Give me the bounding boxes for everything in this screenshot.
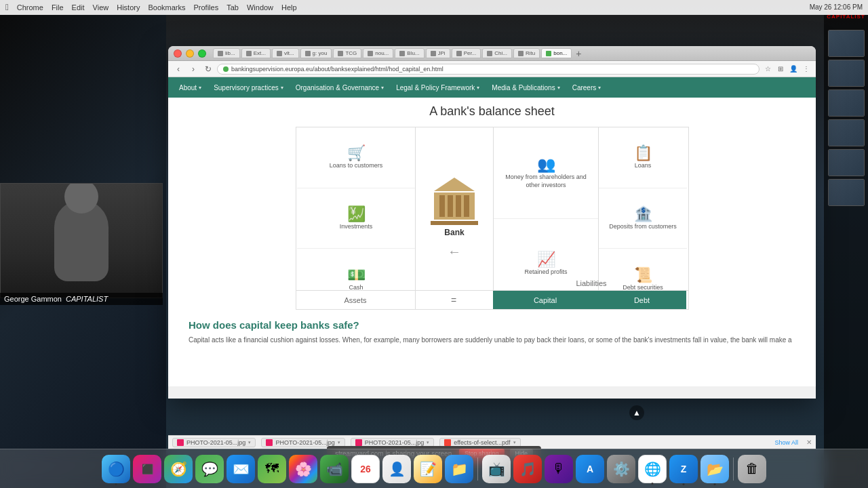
menu-profiles[interactable]: Profiles (194, 3, 219, 12)
dock-item-launchpad[interactable]: ⬛ (133, 455, 161, 483)
dock-item-photos[interactable]: 🌸 (289, 455, 317, 483)
address-bar[interactable]: bankingsupervision.europa.eu/about/banks… (217, 64, 760, 75)
download-filename-3: effects-of-select...pdf (454, 439, 510, 446)
maximize-button[interactable] (198, 49, 206, 58)
nav-media[interactable]: Media & Publications ▾ (486, 81, 565, 94)
appstore-icon: A (587, 464, 593, 474)
balance-sheet-diagram: 🛒 Loans to customers 💹 Investments 💵 Cas… (296, 127, 689, 310)
menu-chrome[interactable]: Chrome (17, 3, 43, 12)
dock-item-music[interactable]: 🎵 (513, 455, 542, 483)
dock-item-files[interactable]: 📁 (445, 455, 473, 483)
apple-menu[interactable]:  (5, 2, 9, 12)
dock-item-finder[interactable]: 🔵 (102, 455, 130, 483)
menu-window[interactable]: Window (247, 3, 273, 12)
dock-item-messages[interactable]: 💬 (195, 455, 224, 483)
thumbnail-5[interactable] (828, 149, 865, 176)
chevron-down-icon-2: ▾ (281, 85, 283, 91)
dock-separator (477, 458, 478, 481)
tab-4[interactable]: TCG (333, 48, 361, 58)
dock-item-calendar[interactable]: 26 (351, 455, 380, 483)
nav-about[interactable]: About ▾ (174, 81, 207, 94)
dock-item-safari[interactable]: 🧭 (164, 455, 193, 483)
tab-favicon-2 (277, 51, 282, 56)
new-tab-button[interactable]: + (576, 48, 581, 59)
deposits-icon: 🏦 (634, 205, 652, 223)
tabbar: lib... Ext... vlt... g: you TCG nou... B… (210, 46, 810, 60)
nav-organisation[interactable]: Organisation & Governance ▾ (290, 81, 389, 94)
dock-item-mail[interactable]: ✉️ (226, 455, 255, 483)
nav-careers[interactable]: Careers ▾ (567, 81, 607, 94)
maps-icon: 🗺 (265, 461, 279, 476)
close-button[interactable] (174, 49, 182, 58)
reload-button[interactable]: ↻ (202, 63, 214, 75)
launchpad-icon: ⬛ (142, 464, 153, 474)
investments-icon: 💹 (347, 205, 366, 223)
menu-tab[interactable]: Tab (226, 3, 239, 12)
appletv-icon: 📺 (488, 461, 505, 477)
thumbnail-2[interactable] (828, 60, 865, 87)
tab-9[interactable]: Chi... (482, 48, 512, 58)
dock-item-facetime[interactable]: 📹 (320, 455, 349, 483)
tab-1[interactable]: Ext... (241, 48, 271, 58)
extension-button[interactable]: ⊞ (775, 64, 786, 75)
zoom-icon: Z (681, 464, 687, 474)
loans-item: 📋 Loans (599, 127, 687, 188)
minimize-button[interactable] (186, 49, 194, 58)
back-button[interactable]: ‹ (172, 63, 184, 75)
dock-item-maps[interactable]: 🗺 (258, 455, 286, 483)
bank-column-3 (456, 195, 461, 217)
tab-10[interactable]: Ritu (513, 48, 540, 58)
menu-file[interactable]: File (52, 3, 64, 12)
tab-8[interactable]: Per... (452, 48, 481, 58)
dock-item-zoom[interactable]: Z (669, 455, 698, 483)
dock-item-finder2[interactable]: 📂 (701, 455, 729, 483)
download-filename-0: PHOTO-2021-05...jpg (186, 439, 245, 446)
dock-item-podcasts[interactable]: 🎙 (545, 455, 573, 483)
tab-active[interactable]: bon... (541, 48, 572, 58)
tab-6[interactable]: Blu... (395, 48, 424, 58)
bank-column-1 (439, 195, 445, 217)
download-item-0[interactable]: PHOTO-2021-05...jpg ▾ (172, 438, 256, 447)
photos-icon: 🌸 (295, 461, 312, 477)
tab-5[interactable]: nou... (363, 48, 393, 58)
thumbnail-6[interactable] (828, 179, 865, 206)
profile-button[interactable]: 👤 (788, 64, 799, 75)
dock-item-contacts[interactable]: 👤 (382, 455, 411, 483)
loans-icon: 📋 (634, 144, 652, 162)
bookmark-button[interactable]: ☆ (762, 64, 773, 75)
thumbnail-1[interactable] (828, 30, 865, 57)
bank-section: Bank ← (416, 127, 494, 309)
scroll-up-button[interactable]: ▲ (629, 405, 644, 420)
show-all-downloads[interactable]: Show All (774, 439, 798, 446)
download-filename-2: PHOTO-2021-05...jpg (365, 439, 424, 446)
loans-label: Loans (635, 162, 652, 170)
menu-help[interactable]: Help (281, 3, 297, 12)
thumbnail-4[interactable] (828, 119, 865, 146)
tab-7[interactable]: JPi (426, 48, 450, 58)
dock-item-chrome[interactable]: 🌐 (638, 455, 667, 483)
arrow-indicator: ← (448, 244, 461, 260)
downloads-close-button[interactable]: ✕ (806, 439, 812, 446)
menu-view[interactable]: View (93, 3, 109, 12)
dock-item-appstore[interactable]: A (576, 455, 604, 483)
content-area: A bank's balance sheet 🛒 Loans to custom… (168, 98, 816, 386)
thumbnail-3[interactable] (828, 89, 865, 117)
tab-3[interactable]: g: you (300, 48, 332, 58)
forward-button[interactable]: › (187, 63, 199, 75)
dock-item-settings[interactable]: ⚙️ (607, 455, 635, 483)
menu-history[interactable]: History (117, 3, 140, 12)
menu-edit[interactable]: Edit (72, 3, 85, 12)
dock-item-appletv[interactable]: 📺 (482, 455, 511, 483)
nav-supervisory[interactable]: Supervisory practices ▾ (208, 81, 289, 94)
facetime-icon: 📹 (326, 461, 343, 477)
menu-button[interactable]: ⋮ (801, 64, 812, 75)
tab-0[interactable]: lib... (213, 48, 240, 58)
menu-bookmarks[interactable]: Bookmarks (148, 3, 185, 12)
dock-item-trash[interactable]: 🗑 (738, 455, 766, 483)
tab-2[interactable]: vlt... (272, 48, 299, 58)
loans-to-customers-item: 🛒 Loans to customers (297, 127, 415, 188)
shareholders-item: 👥 Money from shareholders and other inve… (494, 127, 598, 219)
cash-icon: 💵 (347, 266, 366, 284)
nav-legal[interactable]: Legal & Policy Framework ▾ (391, 81, 485, 94)
dock-item-notes[interactable]: 📝 (414, 455, 442, 483)
